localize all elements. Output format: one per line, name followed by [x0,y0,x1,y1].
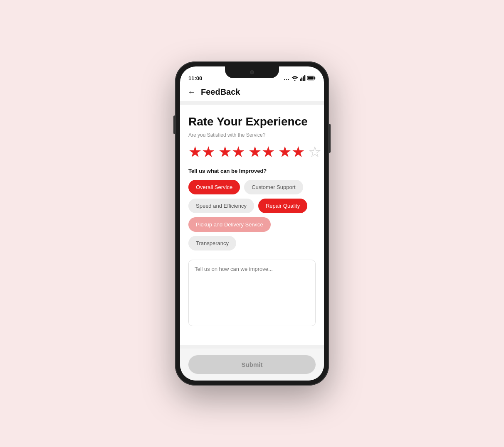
feedback-textarea[interactable] [188,260,316,326]
star-3[interactable]: ★ [248,145,275,160]
top-divider [180,101,324,105]
tag-overall-service[interactable]: Overall Service [188,180,240,194]
bottom-divider [180,345,324,349]
status-icons: ... [284,75,316,81]
tags-row-2: Speed and Efficiency Repair Quality [188,199,316,213]
status-time: 11:00 [188,75,202,81]
rating-subtitle: Are you Satisfied with the Service? [188,132,316,138]
improve-label: Tell us what can be Improved? [188,168,316,174]
stars-row: ★ ★ ★ ★ ☆ [188,145,316,160]
tag-customer-support[interactable]: Customer Support [244,180,303,194]
phone-screen: 11:00 ... [180,66,324,381]
app-header: ← FeedBack [180,83,324,101]
signal-icon [300,75,306,81]
battery-icon [307,76,316,81]
svg-rect-2 [301,78,303,81]
tag-pickup-delivery[interactable]: Pickup and Delivery Service [188,217,271,232]
page-title: FeedBack [201,87,240,97]
tags-row-3: Pickup and Delivery Service Transperancy [188,217,316,251]
bottom-section: Submit [180,349,324,381]
svg-rect-7 [314,77,315,79]
star-2[interactable]: ★ [218,145,245,160]
rating-title: Rate Your Experience [188,115,316,129]
phone-notch [225,66,279,78]
wifi-icon [292,75,298,81]
star-1[interactable]: ★ [188,145,215,160]
svg-rect-6 [308,77,314,80]
status-dots: ... [284,75,290,81]
back-button[interactable]: ← [188,87,196,97]
tags-row-1: Overall Service Customer Support [188,180,316,194]
tag-repair-quality[interactable]: Repair Quality [258,199,307,213]
svg-rect-4 [304,75,306,81]
main-content: Rate Your Experience Are you Satisfied w… [180,105,324,345]
tag-speed-efficiency[interactable]: Speed and Efficiency [188,199,254,213]
svg-rect-3 [303,76,304,81]
submit-button[interactable]: Submit [188,355,316,374]
star-4[interactable]: ★ [278,145,305,160]
phone-device: 11:00 ... [175,61,329,386]
star-5[interactable]: ☆ [308,145,321,160]
svg-rect-1 [300,79,301,81]
svg-point-0 [294,80,296,81]
camera [250,70,254,74]
tag-transperancy[interactable]: Transperancy [188,236,236,251]
